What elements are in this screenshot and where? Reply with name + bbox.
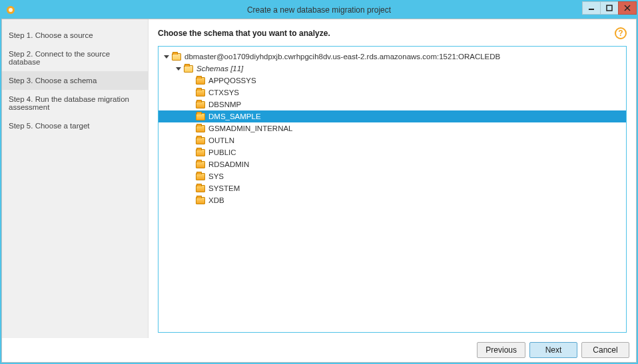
schema-item-label: OUTLN [208,136,234,144]
folder-icon [172,53,181,61]
app-icon [5,5,16,15]
schema-item[interactable]: GSMADMIN_INTERNAL [159,122,626,134]
schema-item[interactable]: RDSADMIN [159,158,626,170]
schema-item[interactable]: SYSTEM [159,182,626,194]
folder-icon [196,137,205,144]
schema-item-label: DBSNMP [208,100,241,108]
svg-point-1 [9,8,13,12]
window-controls [583,1,637,16]
schema-item[interactable]: OUTLN [159,134,626,146]
titlebar: Create a new database migration project [1,1,637,19]
help-icon[interactable]: ? [615,27,627,39]
schema-item[interactable]: PUBLIC [159,146,626,158]
schema-item[interactable]: XDB [159,194,626,206]
tree-root-label: dbmaster@oo1709diyhdpxjb.cwrhpgcih8dv.us… [184,53,500,61]
folder-icon [184,65,193,73]
schema-item[interactable]: SYS [159,170,626,182]
schema-item-label: PUBLIC [208,148,236,156]
close-button[interactable] [618,1,637,15]
content-area: Step 1. Choose a source Step 2. Connect … [2,19,636,338]
schema-item[interactable]: APPQOSSYS [159,75,626,87]
folder-icon [196,89,205,96]
tree-root[interactable]: dbmaster@oo1709diyhdpxjb.cwrhpgcih8dv.us… [159,51,626,63]
previous-button[interactable]: Previous [477,342,525,358]
main-header: Choose the schema that you want to analy… [158,27,627,39]
step-3[interactable]: Step 3. Choose a schema [2,71,148,90]
minimize-button[interactable] [582,1,601,15]
folder-icon [196,77,205,85]
chevron-down-icon[interactable] [164,55,169,59]
schema-item-label: DMS_SAMPLE [208,112,261,120]
folder-icon [196,197,205,204]
schema-item-label: RDSADMIN [208,160,249,168]
cancel-button[interactable]: Cancel [581,342,629,358]
schema-item-label: XDB [208,196,224,204]
svg-rect-3 [607,5,612,11]
wizard-body: Step 1. Choose a source Step 2. Connect … [1,19,637,363]
schema-item[interactable]: DBSNMP [159,98,626,110]
step-5[interactable]: Step 5. Choose a target [2,116,148,135]
step-2[interactable]: Step 2. Connect to the source database [2,45,148,71]
schema-list: APPQOSSYSCTXSYSDBSNMPDMS_SAMPLEGSMADMIN_… [159,75,626,206]
schema-item-label: APPQOSSYS [208,77,256,85]
schema-item-label: SYSTEM [208,184,240,192]
schema-item-label: SYS [208,172,224,180]
steps-sidebar: Step 1. Choose a source Step 2. Connect … [2,19,149,338]
folder-icon [196,161,205,168]
schema-tree[interactable]: dbmaster@oo1709diyhdpxjb.cwrhpgcih8dv.us… [158,46,627,333]
chevron-down-icon[interactable] [176,67,181,71]
maximize-button[interactable] [600,1,619,15]
schema-item[interactable]: CTXSYS [159,87,626,98]
folder-icon [196,125,205,132]
step-4[interactable]: Step 4. Run the database migration asses… [2,90,148,116]
folder-icon [196,149,205,156]
folder-icon [196,113,205,120]
schema-item-label: CTXSYS [208,89,239,96]
next-button[interactable]: Next [529,342,577,358]
tree-schemas-label: Schemas [11] [196,65,243,73]
folder-icon [196,185,205,192]
step-1[interactable]: Step 1. Choose a source [2,26,148,45]
schema-item[interactable]: DMS_SAMPLE [159,110,626,122]
main-panel: Choose the schema that you want to analy… [149,19,636,338]
window-title: Create a new database migration project [1,5,637,15]
folder-icon [196,173,205,180]
wizard-footer: Previous Next Cancel [2,338,636,362]
page-heading: Choose the schema that you want to analy… [158,29,330,38]
schema-item-label: GSMADMIN_INTERNAL [208,124,293,132]
tree-schemas-group[interactable]: Schemas [11] [159,63,626,75]
wizard-window: Create a new database migration project … [0,0,638,364]
folder-icon [196,101,205,108]
